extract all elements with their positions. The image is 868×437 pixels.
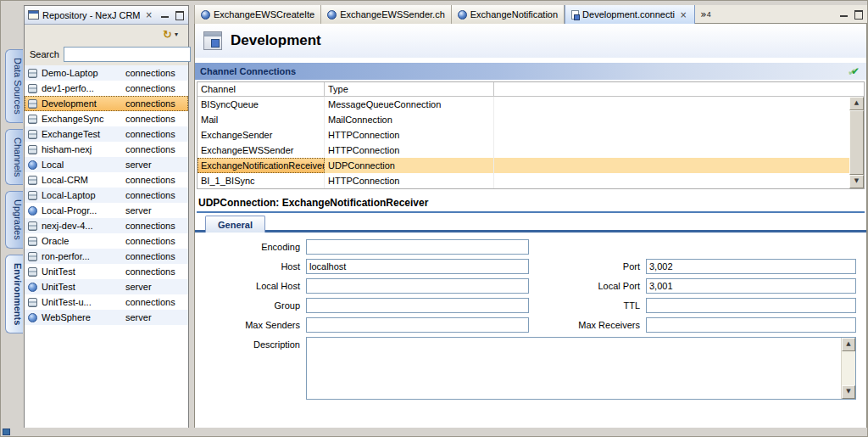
item-type: connections [125, 297, 188, 307]
list-item[interactable]: nexj-dev-4...connections [25, 218, 188, 233]
sidebar-tab-channels[interactable]: Channels [5, 129, 23, 185]
list-item[interactable]: hisham-nexjconnections [25, 142, 188, 157]
view-minimize-button[interactable] [159, 10, 170, 20]
list-item[interactable]: UnitTest-u...connections [25, 294, 188, 310]
description-label: Description [203, 337, 302, 352]
description-field[interactable]: ▲ ▼ [306, 337, 856, 400]
cell-type: HTTPConnection [325, 173, 494, 188]
table-row[interactable]: BI_1_BISyncHTTPConnection [198, 173, 849, 188]
list-item[interactable]: UnitTestconnections [25, 264, 188, 279]
view-close-icon[interactable]: × [144, 10, 154, 20]
tab-general[interactable]: General [205, 216, 265, 233]
table-scrollbar[interactable]: ▲ ▼ [849, 97, 864, 188]
max-senders-field[interactable] [306, 317, 529, 333]
tab-exchangeewssender[interactable]: ExchangeEWSSender.ch [321, 5, 452, 24]
search-input[interactable] [64, 47, 191, 62]
cell-channel: ExchangeSender [198, 127, 325, 143]
tab-close-icon[interactable]: × [678, 10, 688, 20]
scrollbar-track[interactable] [842, 351, 855, 385]
list-item[interactable]: Local-CRMconnections [25, 172, 188, 188]
editor-tab-bar: ExchangeEWSCreateIte ExchangeEWSSender.c… [194, 5, 867, 24]
group-field[interactable] [306, 298, 529, 313]
connections-file-icon [571, 10, 579, 20]
list-item[interactable]: dev1-perfo...connections [25, 81, 188, 96]
editor-area: ExchangeEWSCreateIte ExchangeEWSSender.c… [194, 5, 867, 429]
item-name: UnitTest [42, 282, 121, 292]
table-row[interactable]: ExchangeEWSSenderHTTPConnection [198, 143, 849, 158]
item-name: ExchangeSync [42, 114, 121, 124]
ttl-field[interactable] [646, 298, 856, 313]
list-item[interactable]: UnitTestserver [25, 279, 188, 294]
database-icon [28, 69, 37, 78]
sidebar-tab-upgrades[interactable]: Upgrades [5, 191, 23, 249]
channel-icon [327, 10, 337, 20]
host-field[interactable] [306, 259, 529, 274]
encoding-field[interactable] [306, 239, 529, 255]
editor-minimize-button[interactable] [838, 9, 849, 19]
table-row[interactable]: BISyncQueueMessageQueueConnection [198, 97, 849, 112]
item-name: hisham-nexj [42, 144, 121, 154]
database-icon [28, 191, 37, 200]
list-item[interactable]: ExchangeSyncconnections [25, 111, 188, 126]
list-item[interactable]: ExchangeTestconnections [25, 126, 188, 142]
item-name: Development [42, 98, 121, 109]
tab-exchangenotification[interactable]: ExchangeNotification [452, 5, 565, 24]
item-type: connections [125, 190, 188, 200]
list-item[interactable]: Local-Laptopconnections [25, 188, 188, 203]
channel-icon [201, 10, 210, 20]
editor-maximize-button[interactable] [853, 9, 864, 19]
column-header-empty [494, 82, 864, 96]
description-scrollbar[interactable]: ▲ ▼ [841, 338, 855, 399]
scroll-up-icon[interactable]: ▲ [849, 97, 864, 110]
cell-empty [494, 158, 849, 173]
detail-section-title: UDPConnection: ExchangeNotificationRecei… [197, 196, 865, 213]
sidebar-tab-data-sources[interactable]: Data Sources [5, 49, 23, 123]
scroll-down-icon[interactable]: ▼ [849, 175, 864, 188]
item-type: connections [125, 221, 188, 231]
cell-empty [494, 127, 849, 143]
list-item[interactable]: Local-Progr...server [25, 203, 188, 218]
column-header-channel[interactable]: Channel [198, 82, 325, 96]
scrollbar-thumb[interactable] [849, 110, 864, 175]
item-type: connections [125, 98, 188, 109]
channel-connections-section-header: Channel Connections ✔ [195, 63, 866, 80]
chevron-right-icon: » [700, 8, 706, 20]
column-header-type[interactable]: Type [325, 82, 494, 96]
item-type: connections [125, 114, 188, 124]
chevron-down-icon[interactable]: ▾ [175, 31, 178, 38]
list-item[interactable]: WebSphereserver [25, 310, 188, 325]
sync-icon[interactable]: ↻ [163, 29, 172, 40]
list-item[interactable]: Oracleconnections [25, 233, 188, 249]
local-host-field[interactable] [306, 278, 529, 294]
table-row-selected[interactable]: ExchangeNotificationReceiverUDPConnectio… [198, 158, 849, 173]
cell-empty [494, 112, 849, 127]
fast-view-bar[interactable] [3, 429, 10, 435]
cell-type: MailConnection [325, 112, 494, 127]
item-type: server [125, 312, 188, 322]
list-item[interactable]: ron-perfor...connections [25, 249, 188, 264]
item-name: ron-perfor... [42, 251, 121, 261]
database-icon [28, 267, 37, 277]
view-maximize-button[interactable] [174, 10, 185, 20]
tab-exchangeewscreateite[interactable]: ExchangeEWSCreateIte [194, 5, 321, 24]
list-item[interactable]: Localserver [25, 157, 188, 172]
cell-empty [494, 173, 849, 188]
local-port-label: Local Port [542, 278, 642, 294]
scroll-down-icon[interactable]: ▼ [842, 385, 855, 399]
list-item-selected[interactable]: Developmentconnections [25, 96, 188, 111]
more-tabs-chevron[interactable]: »4 [695, 5, 715, 23]
port-field[interactable] [646, 259, 856, 274]
table-header: Channel Type [198, 82, 864, 97]
table-row[interactable]: ExchangeSenderHTTPConnection [198, 127, 849, 143]
table-row[interactable]: MailMailConnection [198, 112, 849, 127]
search-label: Search [30, 49, 59, 59]
tab-development-connections[interactable]: Development.connecti × [565, 5, 695, 24]
list-item[interactable]: Demo-Laptopconnections [25, 65, 188, 81]
server-icon [28, 313, 37, 322]
database-icon [28, 84, 37, 93]
cell-type: UDPConnection [325, 158, 494, 173]
max-receivers-field[interactable] [646, 317, 856, 333]
sidebar-tab-environments[interactable]: Environments [5, 255, 23, 333]
local-port-field[interactable] [646, 278, 856, 294]
scroll-up-icon[interactable]: ▲ [842, 338, 855, 351]
